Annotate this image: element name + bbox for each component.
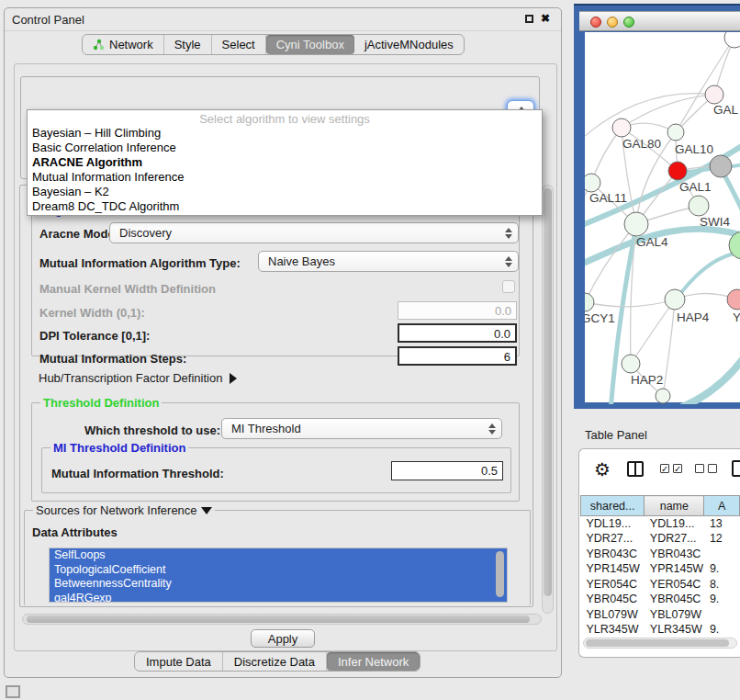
dropdown-item[interactable]: Basic Correlation Inference (28, 141, 542, 155)
scrollbar-thumb[interactable] (586, 639, 729, 647)
network-node-y[interactable] (727, 289, 740, 310)
table-row[interactable]: YDL19...YDL19...13 (581, 516, 740, 532)
settings-gear-icon[interactable]: ⚙ (594, 460, 611, 479)
tab-discretize-data[interactable]: Discretize Data (223, 652, 327, 671)
document-icon[interactable] (732, 460, 740, 477)
node-label: Y (733, 310, 740, 324)
manual-kernel-label: Manual Kernel Width Definition (39, 282, 216, 296)
table-cell: YBL079W (581, 607, 645, 623)
network-canvas[interactable]: GALGAL80GAL10GAL1GAL11SWI4GAL4GCY1HAP4YH… (585, 32, 740, 402)
tab-infer-network[interactable]: Infer Network (327, 652, 420, 671)
column-header[interactable]: shared... (581, 496, 645, 516)
hub-definition-expander[interactable]: Hub/Transcription Factor Definition (39, 371, 237, 385)
table-cell: 9. (704, 561, 740, 577)
tab-impute-data[interactable]: Impute Data (135, 652, 223, 671)
network-node[interactable] (656, 389, 670, 403)
network-node[interactable] (710, 155, 732, 177)
dpi-tolerance-field[interactable]: 0.0 (398, 323, 517, 343)
table-cell: 13 (704, 516, 740, 532)
tab-style[interactable]: Style (164, 35, 212, 54)
algorithm-dropdown-prompt: Select algorithm to view settings (28, 110, 542, 126)
mi-threshold-field[interactable]: 0.5 (391, 461, 503, 480)
table-horizontal-scrollbar[interactable] (583, 638, 737, 649)
mi-threshold-groupbox: MI Threshold Definition Mutual Informati… (41, 447, 511, 493)
column-header[interactable]: name (645, 496, 704, 516)
settings-vertical-scrollbar[interactable] (542, 185, 554, 614)
apply-button[interactable]: Apply (251, 629, 315, 648)
algorithm-definition-groupbox: Algorithm Definition Aracne Mode: Discov… (31, 209, 520, 356)
node-label: HAP2 (631, 373, 663, 387)
collapse-arrow-icon[interactable] (201, 507, 212, 514)
dropdown-item[interactable]: Dream8 DC_TDC Algorithm (28, 199, 542, 214)
dropdown-item[interactable]: Bayesian – Hill Climbing (28, 126, 542, 141)
table-cell: YBR043C (581, 547, 645, 562)
tab-cyni-toolbox[interactable]: Cyni Toolbox (266, 35, 354, 54)
table-cell: 8. (704, 577, 740, 593)
table-row[interactable]: YER054CYER054C8. (581, 577, 740, 593)
control-panel-window: Control Panel ✖ Network Style Select Cyn… (4, 7, 562, 678)
network-node-hap2[interactable] (622, 355, 640, 373)
split-columns-icon[interactable] (627, 461, 644, 477)
mi-steps-field[interactable]: 6 (398, 346, 517, 366)
tab-label: Discretize Data (234, 655, 315, 669)
network-node-gal10[interactable] (667, 124, 684, 141)
table-toolbar: ⚙ ✓ ✓ (579, 449, 740, 495)
close-panel-icon[interactable]: ✖ (541, 13, 550, 24)
threshold-definition-groupbox: Threshold Definition Which threshold to … (31, 402, 520, 502)
table-row[interactable]: YDR27...YDR27...12 (581, 531, 740, 547)
checked-checkbox-icon[interactable]: ✓ (660, 464, 669, 473)
dropdown-item[interactable]: Mutual Information Inference (28, 170, 542, 185)
scrollbar-thumb[interactable] (544, 188, 552, 596)
settings-horizontal-scrollbar[interactable] (22, 614, 542, 625)
checked-checkbox-icon[interactable]: ✓ (673, 464, 682, 473)
attribute-list-item[interactable]: gal4RGexp (50, 592, 507, 604)
which-threshold-combo[interactable]: MI Threshold (221, 418, 502, 439)
network-node-gal11[interactable] (585, 174, 600, 192)
table-cell: YER054C (645, 577, 704, 593)
collapsed-panel-icon[interactable] (6, 685, 20, 698)
table-row[interactable]: YPR145WYPR145W9. (581, 561, 740, 577)
aracne-mode-combo[interactable]: Discovery (109, 222, 519, 243)
manual-kernel-checkbox[interactable] (502, 280, 515, 293)
tab-select[interactable]: Select (212, 35, 266, 54)
network-node-gal4[interactable] (624, 212, 648, 236)
network-node[interactable] (724, 32, 740, 48)
network-node-gcy1[interactable] (585, 293, 594, 311)
table-body: YDL19...YDL19...13YDR27...YDR27...12YBR0… (581, 516, 740, 653)
table-header-row: shared...nameA (581, 496, 740, 516)
tab-label: Infer Network (338, 655, 409, 669)
table-row[interactable]: YBR045CYBR045C9. (581, 592, 740, 607)
attribute-list-item[interactable]: SelfLoops (50, 548, 507, 563)
kernel-width-field[interactable]: 0.0 (398, 301, 517, 320)
float-window-icon[interactable] (525, 15, 533, 23)
scrollbar-thumb[interactable] (27, 615, 530, 623)
mi-type-label: Mutual Information Algorithm Type: (39, 256, 241, 270)
attribute-list-item[interactable]: TopologicalCoefficient (50, 563, 507, 578)
tab-label: Network (109, 38, 153, 51)
network-node-gal[interactable] (705, 85, 723, 104)
network-node-swi4[interactable] (689, 196, 709, 216)
unchecked-checkbox-icon[interactable] (708, 464, 717, 473)
zoom-window-icon[interactable] (623, 17, 634, 28)
dropdown-item[interactable]: Bayesian – K2 (28, 185, 542, 199)
tab-jactivemnodules[interactable]: jActiveMNodules (354, 35, 464, 54)
network-node-gal80[interactable] (612, 119, 631, 137)
attribute-list-item[interactable]: BetweennessCentrality (50, 577, 507, 592)
unchecked-checkbox-icon[interactable] (695, 464, 704, 473)
close-window-icon[interactable] (590, 17, 601, 28)
tab-network[interactable]: Network (83, 35, 164, 54)
table-cell (704, 607, 740, 623)
mi-algorithm-type-combo[interactable]: Naive Bayes (258, 251, 519, 272)
table-row[interactable]: YLR345WYLR345W9. (581, 622, 740, 638)
table-row[interactable]: YBL079WYBL079W (581, 607, 740, 623)
table-panel: ⚙ ✓ ✓ shared...nameA YDL19...YDL19...13Y… (578, 448, 740, 658)
list-scrollbar-thumb[interactable] (496, 551, 504, 597)
network-node-hap4[interactable] (665, 289, 685, 310)
data-attributes-list[interactable]: SelfLoopsTopologicalCoefficientBetweenne… (49, 548, 508, 603)
network-window-titlebar[interactable] (579, 11, 740, 31)
column-header[interactable]: A (704, 496, 740, 516)
minimize-window-icon[interactable] (607, 17, 618, 28)
table-row[interactable]: YBR043CYBR043C (581, 547, 740, 562)
dropdown-item[interactable]: ARACNE Algorithm (28, 155, 542, 170)
network-node-gal1[interactable] (668, 162, 687, 180)
